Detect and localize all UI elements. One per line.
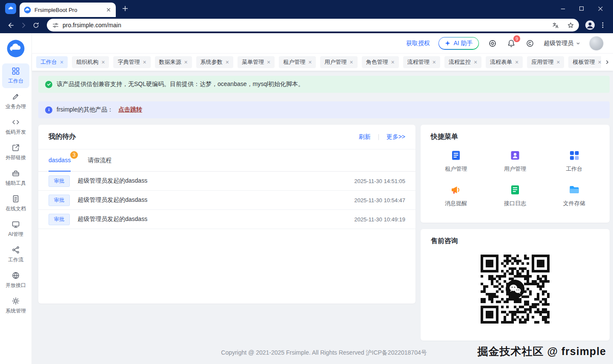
sidebar-item-lowcode[interactable]: 低码开发 bbox=[2, 115, 29, 139]
browser-menu-kebab-icon[interactable] bbox=[597, 19, 609, 31]
user-avatar[interactable] bbox=[589, 36, 604, 51]
translate-icon[interactable] bbox=[549, 19, 561, 31]
page-tab[interactable]: 角色管理 bbox=[362, 56, 399, 68]
browser-logo-icon[interactable] bbox=[5, 3, 16, 14]
page-tab[interactable]: 流程管理 bbox=[403, 56, 440, 68]
page-tab[interactable]: 菜单管理 bbox=[238, 56, 275, 68]
page-tab[interactable]: 数据来源 bbox=[155, 56, 192, 68]
back-button[interactable] bbox=[4, 19, 16, 31]
todo-row-text[interactable]: 超级管理员发起的dasdass bbox=[77, 177, 147, 185]
address-bar[interactable]: pro.frsimple.com/main bbox=[47, 19, 579, 32]
tab-close-icon[interactable] bbox=[391, 59, 395, 65]
reload-button[interactable] bbox=[30, 19, 42, 31]
quick-item-api-log[interactable]: 接口日志 bbox=[486, 184, 545, 207]
sidebar-item-system[interactable]: 系统管理 bbox=[2, 293, 29, 318]
megaphone-icon bbox=[450, 184, 462, 196]
sidebar-item-tools[interactable]: 辅助工具 bbox=[2, 166, 29, 190]
site-info-icon[interactable] bbox=[52, 22, 59, 29]
browser-profile-avatar[interactable] bbox=[584, 19, 596, 31]
tab-close-icon[interactable] bbox=[474, 59, 477, 65]
approve-button[interactable]: 审批 bbox=[49, 175, 70, 187]
tab-close-icon[interactable] bbox=[267, 59, 270, 65]
quick-item-storage[interactable]: 文件存储 bbox=[544, 184, 604, 207]
app-logo[interactable] bbox=[6, 39, 25, 58]
page-tab[interactable]: 组织机构 bbox=[72, 56, 109, 68]
user-menu[interactable]: 超级管理员 bbox=[544, 40, 581, 47]
globe-icon bbox=[11, 271, 20, 280]
sidebar-item-business[interactable]: 业务办理 bbox=[2, 89, 29, 114]
tab-scroll-right-icon[interactable] bbox=[601, 54, 613, 71]
quick-menu-title: 快捷菜单 bbox=[431, 132, 458, 141]
info-alert-link[interactable]: 点击跳转 bbox=[118, 106, 142, 114]
page-tab[interactable]: 应用管理 bbox=[527, 56, 564, 68]
tab-close-icon[interactable] bbox=[106, 7, 112, 13]
page-tab-label: 字典管理 bbox=[117, 58, 140, 66]
todo-row-text[interactable]: 超级管理员发起的dasdass bbox=[77, 196, 147, 204]
refresh-link[interactable]: 刷新 bbox=[359, 133, 371, 141]
new-tab-button[interactable] bbox=[119, 3, 131, 14]
success-alert-text: 该产品提供信创兼容支持，无SQL硬编码。目前提供：达梦，oceanbase，my… bbox=[57, 80, 304, 88]
quick-item-user[interactable]: 用户管理 bbox=[486, 149, 545, 173]
forward-button[interactable] bbox=[17, 19, 29, 31]
tab-close-icon[interactable] bbox=[433, 59, 436, 65]
copyright-icon[interactable] bbox=[525, 38, 535, 49]
approve-button[interactable]: 审批 bbox=[49, 214, 70, 225]
todo-tab-badge: 3 bbox=[70, 151, 78, 159]
tab-close-icon[interactable] bbox=[226, 59, 229, 65]
url-text[interactable]: pro.frsimple.com/main bbox=[63, 22, 546, 29]
sidebar-item-open-api[interactable]: 开放接口 bbox=[2, 268, 29, 292]
copyright-text: Copyright @ 2021-2025 Frsimple. All Righ… bbox=[221, 349, 427, 357]
page-tab[interactable]: 模板管理 bbox=[568, 56, 605, 68]
window-minimize-button[interactable] bbox=[553, 0, 572, 17]
sidebar-item-ai[interactable]: AI管理 bbox=[2, 217, 29, 241]
tab-close-icon[interactable] bbox=[101, 59, 105, 65]
success-alert: 该产品提供信创兼容支持，无SQL硬编码。目前提供：达梦，oceanbase，my… bbox=[38, 76, 610, 93]
ai-assistant-label: AI 助手 bbox=[453, 40, 473, 47]
sidebar-item-external-link[interactable]: 外部链接 bbox=[2, 140, 29, 165]
page-tab-label: 流程管理 bbox=[407, 58, 430, 66]
notification-bell-icon[interactable]: 9 bbox=[506, 38, 516, 49]
todo-row: 审批 超级管理员发起的dasdass 2025-11-30 10:49:19 bbox=[38, 210, 415, 229]
page-tab[interactable]: 用户管理 bbox=[320, 56, 357, 68]
sidebar-item-docs[interactable]: 在线文档 bbox=[2, 191, 29, 216]
page-tab-label: 租户管理 bbox=[283, 58, 305, 66]
tab-close-icon[interactable] bbox=[308, 59, 312, 65]
quick-item-label: 接口日志 bbox=[504, 200, 526, 207]
more-link[interactable]: 更多>> bbox=[387, 133, 405, 141]
external-link-icon bbox=[11, 143, 20, 152]
tab-close-icon[interactable] bbox=[515, 59, 518, 65]
sidebar-item-workflow[interactable]: 工作流 bbox=[2, 242, 29, 267]
todo-row-text[interactable]: 超级管理员发起的dasdass bbox=[77, 215, 147, 223]
tab-close-icon[interactable] bbox=[60, 59, 63, 65]
page-tab[interactable]: 工作台 bbox=[36, 56, 68, 68]
page-tab[interactable]: 系统参数 bbox=[196, 56, 233, 68]
page-tab-label: 菜单管理 bbox=[242, 58, 264, 66]
settings-icon[interactable] bbox=[487, 38, 498, 49]
approve-button[interactable]: 审批 bbox=[49, 195, 70, 206]
sidebar-item-workbench[interactable]: 工作台 bbox=[2, 63, 29, 88]
window-maximize-button[interactable] bbox=[572, 0, 591, 17]
todo-tab-leave-process[interactable]: 请假流程 bbox=[88, 149, 112, 171]
todo-tab-dasdass[interactable]: dasdass 3 bbox=[49, 149, 71, 172]
quick-item-message[interactable]: 消息提醒 bbox=[427, 184, 486, 207]
tab-close-icon[interactable] bbox=[349, 59, 353, 65]
todo-card: 我的待办 刷新 更多>> dasdass 3 请假流程 bbox=[38, 125, 415, 304]
browser-tab[interactable]: FrsimpleBoot Pro bbox=[20, 3, 116, 17]
tab-close-icon[interactable] bbox=[556, 59, 560, 65]
bookmark-star-icon[interactable] bbox=[564, 19, 576, 31]
page-tab[interactable]: 字典管理 bbox=[113, 56, 150, 68]
ai-assistant-button[interactable]: AI 助手 bbox=[438, 37, 479, 50]
consult-card: 售前咨询 bbox=[421, 229, 610, 341]
get-authorization-link[interactable]: 获取授权 bbox=[406, 40, 430, 47]
page-tab-label: 流程表单 bbox=[490, 58, 512, 66]
window-close-button[interactable] bbox=[591, 0, 610, 17]
sparkle-icon bbox=[444, 40, 451, 46]
page-tab[interactable]: 流程表单 bbox=[486, 56, 523, 68]
tab-close-icon[interactable] bbox=[184, 59, 188, 65]
quick-item-workbench[interactable]: 工作台 bbox=[544, 149, 604, 173]
page-tab[interactable]: 流程监控 bbox=[444, 56, 481, 68]
page-tab[interactable]: 租户管理 bbox=[279, 56, 316, 68]
sidebar-item-label: 低码开发 bbox=[6, 129, 26, 136]
tab-close-icon[interactable] bbox=[143, 59, 146, 65]
quick-item-tenant[interactable]: 租户管理 bbox=[427, 149, 486, 173]
